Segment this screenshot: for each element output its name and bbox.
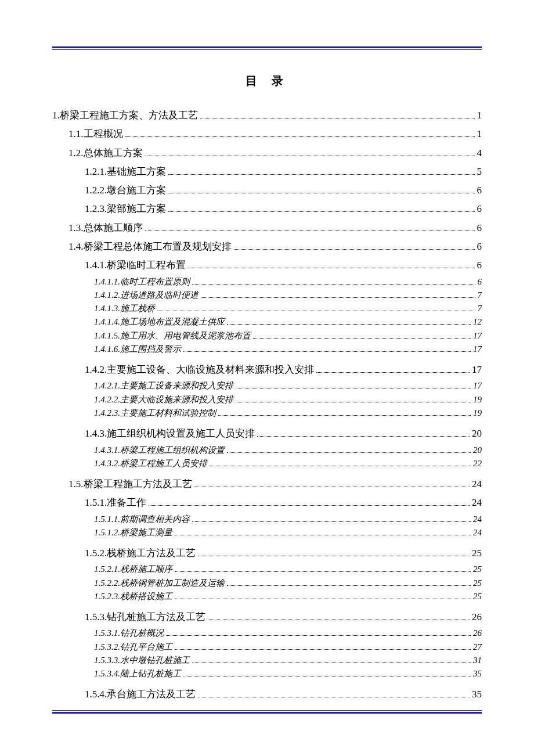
toc-entry-label: 1.4.1.2.进场道路及临时便道 <box>94 289 199 302</box>
toc-entry-label: 1.5.2.栈桥施工方法及工艺 <box>85 544 196 563</box>
toc-leader <box>227 579 471 585</box>
toc-entry[interactable]: 1.4.3.施工组织机构设置及施工人员安排20 <box>52 424 482 443</box>
toc-entry-page: 4 <box>477 144 482 163</box>
toc-entry[interactable]: 1.5.4.承台施工方法及工艺35 <box>52 685 482 704</box>
toc-entry[interactable]: 1.5.2.2.栈桥钢管桩加工制造及运输25 <box>52 577 482 590</box>
toc-leader <box>201 291 475 298</box>
toc-entry[interactable]: 1.5.2.3.栈桥搭设施工25 <box>52 590 482 603</box>
toc-entry-label: 1.5.2.3.栈桥搭设施工 <box>94 590 172 603</box>
toc-leader <box>175 593 471 599</box>
toc-leader <box>175 529 471 535</box>
toc-entry[interactable]: 1.5.3.3.水中墩钻孔桩施工31 <box>52 654 482 667</box>
toc-entry-label: 1.2.1.基础施工方案 <box>85 163 166 181</box>
toc-entry-page: 6 <box>477 181 482 200</box>
toc-leader <box>166 629 471 636</box>
toc-leader <box>175 566 471 572</box>
toc-entry[interactable]: 1.5.1.1.前期调查相关内容24 <box>52 513 482 526</box>
toc-entry-page: 17 <box>472 361 482 379</box>
toc-entry-page: 24 <box>472 494 482 512</box>
toc-entry-label: 1.4.1.桥梁临时工程布置 <box>85 256 186 275</box>
toc-entry[interactable]: 1.2.总体施工方案4 <box>52 144 482 163</box>
toc-leader <box>149 499 470 506</box>
toc-entry-label: 1.4.1.1.临时工程布置原则 <box>94 275 190 289</box>
toc-leader <box>183 670 471 676</box>
toc-entry-page: 6 <box>478 275 482 289</box>
toc-entry[interactable]: 1.4.1.5.施工用水、用电管线及泥浆池布置17 <box>52 329 482 343</box>
toc-entry-page: 20 <box>472 424 482 443</box>
toc-entry-page: 35 <box>472 685 482 704</box>
toc-entry[interactable]: 1.3.总体施工顺序6 <box>52 219 482 237</box>
toc-leader <box>236 382 471 388</box>
toc-entry[interactable]: 1.5.3.1.钻孔桩概况26 <box>52 627 482 640</box>
toc-leader <box>168 186 474 193</box>
toc-entry[interactable]: 1.4.1.3.施工栈桥7 <box>52 302 482 315</box>
toc-entry[interactable]: 1.4.2.3.主要施工材料和试验控制19 <box>52 406 482 420</box>
toc-entry-page: 25 <box>472 544 482 563</box>
toc-entry[interactable]: 1.1.工程概况1 <box>52 125 482 143</box>
toc-entry-label: 1.4.3.施工组织机构设置及施工人员安排 <box>85 424 255 443</box>
toc-entry-page: 19 <box>473 393 482 406</box>
toc-entry[interactable]: 1.4.2.2.主要大临设施来源和投入安排19 <box>52 393 482 406</box>
toc-entry[interactable]: 1.5.1.2.桥梁施工测量24 <box>52 526 482 539</box>
toc-entry[interactable]: 1.4.1.桥梁临时工程布置6 <box>52 256 482 275</box>
toc-entry[interactable]: 1.2.3.梁部施工方案6 <box>52 200 482 218</box>
toc-entry-label: 1.5.4.承台施工方法及工艺 <box>85 685 196 704</box>
toc-entry[interactable]: 1.4.2.主要施工设备、大临设施及材料来源和投入安排17 <box>52 361 482 379</box>
toc-entry-page: 1 <box>477 106 482 125</box>
toc-leader <box>192 278 475 284</box>
toc-entry-label: 1.5.3.2.钻孔平台施工 <box>94 640 172 654</box>
toc-entry-label: 1.5.1.1.前期调查相关内容 <box>94 513 190 526</box>
top-rule <box>52 46 482 50</box>
toc-entry[interactable]: 1.5.1.准备工作24 <box>52 494 482 512</box>
toc-entry[interactable]: 1.4.桥梁工程总体施工布置及规划安排6 <box>52 237 482 256</box>
toc-entry[interactable]: 1.2.2.墩台施工方案6 <box>52 181 482 200</box>
toc-entry[interactable]: 1.4.2.1.主要施工设备来源和投入安排17 <box>52 379 482 393</box>
toc-entry-label: 1.4.2.1.主要施工设备来源和投入安排 <box>94 379 233 393</box>
toc-entry-page: 24 <box>472 475 482 494</box>
toc-entry[interactable]: 1.5.2.栈桥施工方法及工艺25 <box>52 544 482 563</box>
toc-entry[interactable]: 1.5.3.2.钻孔平台施工27 <box>52 640 482 654</box>
toc-entry-page: 12 <box>473 315 482 329</box>
toc-entry-label: 1.2.2.墩台施工方案 <box>85 181 166 200</box>
toc-entry[interactable]: 1.5.2.1.栈桥施工顺序25 <box>52 563 482 576</box>
toc-entry[interactable]: 1.4.1.4.施工场地布置及混凝土供应12 <box>52 315 482 329</box>
toc-entry[interactable]: 1.4.1.1.临时工程布置原则6 <box>52 275 482 289</box>
toc-leader <box>175 643 471 649</box>
toc-entry[interactable]: 1.5.3.4.陆上钻孔桩施工35 <box>52 667 482 681</box>
toc-entry-page: 7 <box>478 302 482 315</box>
toc-leader <box>192 515 471 521</box>
toc-entry-label: 1.3.总体施工顺序 <box>68 219 143 237</box>
toc-entry[interactable]: 1.2.1.基础施工方案5 <box>52 163 482 181</box>
toc-leader <box>157 305 475 311</box>
toc-entry[interactable]: 1.4.1.6.施工围挡及警示17 <box>52 343 482 356</box>
toc-entry[interactable]: 1.4.1.2.进场道路及临时便道7 <box>52 289 482 302</box>
toc-entry-label: 1.5.2.1.栈桥施工顺序 <box>94 563 172 576</box>
toc-entry-page: 6 <box>477 256 482 275</box>
toc-entry-page: 5 <box>477 163 482 181</box>
toc-entry[interactable]: 1.4.3.2.桥梁工程施工人员安排22 <box>52 457 482 470</box>
toc-leader <box>253 332 471 338</box>
toc-entry-label: 1.4.1.6.施工围挡及警示 <box>94 343 181 356</box>
toc-entry-page: 26 <box>473 627 482 640</box>
toc-leader <box>188 261 474 269</box>
toc-entry-label: 1.桥梁工程施工方案、方法及工艺 <box>52 106 198 125</box>
table-of-contents: 1.桥梁工程施工方案、方法及工艺11.1.工程概况11.2.总体施工方案41.2… <box>52 106 482 704</box>
toc-entry-label: 1.2.3.梁部施工方案 <box>85 200 166 218</box>
toc-leader <box>145 149 475 156</box>
toc-entry[interactable]: 1.5.桥梁工程施工方法及工艺24 <box>52 475 482 494</box>
toc-gap <box>52 470 482 475</box>
toc-entry-page: 20 <box>473 444 482 457</box>
toc-entry-page: 24 <box>473 526 482 539</box>
toc-entry-page: 25 <box>473 577 482 590</box>
toc-entry-label: 1.4.2.主要施工设备、大临设施及材料来源和投入安排 <box>85 361 314 379</box>
toc-leader <box>125 130 475 138</box>
toc-leader <box>200 111 475 118</box>
toc-entry-label: 1.4.3.2.桥梁工程施工人员安排 <box>94 457 207 470</box>
toc-entry-label: 1.5.桥梁工程施工方法及工艺 <box>68 475 192 494</box>
toc-entry-label: 1.5.3.钻孔桩施工方法及工艺 <box>85 608 205 627</box>
toc-leader <box>194 480 470 487</box>
toc-leader <box>168 167 474 175</box>
toc-entry[interactable]: 1.桥梁工程施工方案、方法及工艺1 <box>52 106 482 125</box>
toc-entry[interactable]: 1.5.3.钻孔桩施工方法及工艺26 <box>52 608 482 627</box>
toc-entry[interactable]: 1.4.3.1.桥梁工程施工组织机构设置20 <box>52 444 482 457</box>
